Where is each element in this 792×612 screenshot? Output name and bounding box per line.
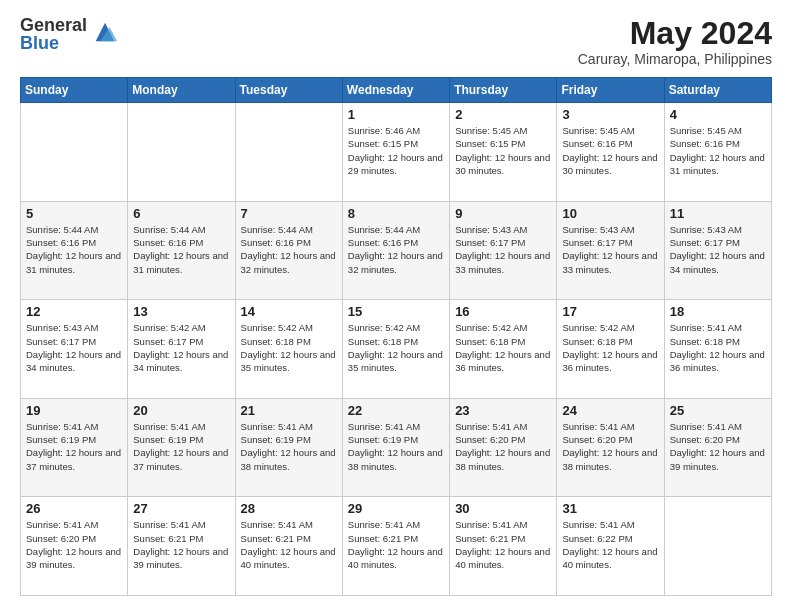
day-number: 31 bbox=[562, 501, 658, 516]
day-info: Sunrise: 5:42 AM Sunset: 6:18 PM Dayligh… bbox=[241, 321, 337, 374]
day-number: 19 bbox=[26, 403, 122, 418]
day-cell: 7Sunrise: 5:44 AM Sunset: 6:16 PM Daylig… bbox=[235, 201, 342, 300]
day-cell: 14Sunrise: 5:42 AM Sunset: 6:18 PM Dayli… bbox=[235, 300, 342, 399]
title-block: May 2024 Caruray, Mimaropa, Philippines bbox=[578, 16, 772, 67]
day-number: 22 bbox=[348, 403, 444, 418]
page: General Blue May 2024 Caruray, Mimaropa,… bbox=[0, 0, 792, 612]
day-info: Sunrise: 5:42 AM Sunset: 6:18 PM Dayligh… bbox=[455, 321, 551, 374]
day-info: Sunrise: 5:43 AM Sunset: 6:17 PM Dayligh… bbox=[455, 223, 551, 276]
day-number: 10 bbox=[562, 206, 658, 221]
day-info: Sunrise: 5:42 AM Sunset: 6:18 PM Dayligh… bbox=[562, 321, 658, 374]
day-info: Sunrise: 5:41 AM Sunset: 6:21 PM Dayligh… bbox=[241, 518, 337, 571]
day-number: 27 bbox=[133, 501, 229, 516]
day-header-wednesday: Wednesday bbox=[342, 78, 449, 103]
day-info: Sunrise: 5:43 AM Sunset: 6:17 PM Dayligh… bbox=[562, 223, 658, 276]
day-number: 16 bbox=[455, 304, 551, 319]
calendar-subtitle: Caruray, Mimaropa, Philippines bbox=[578, 51, 772, 67]
day-cell: 13Sunrise: 5:42 AM Sunset: 6:17 PM Dayli… bbox=[128, 300, 235, 399]
day-cell: 24Sunrise: 5:41 AM Sunset: 6:20 PM Dayli… bbox=[557, 398, 664, 497]
header-row: SundayMondayTuesdayWednesdayThursdayFrid… bbox=[21, 78, 772, 103]
day-cell: 20Sunrise: 5:41 AM Sunset: 6:19 PM Dayli… bbox=[128, 398, 235, 497]
week-row-1: 5Sunrise: 5:44 AM Sunset: 6:16 PM Daylig… bbox=[21, 201, 772, 300]
day-info: Sunrise: 5:44 AM Sunset: 6:16 PM Dayligh… bbox=[241, 223, 337, 276]
day-cell: 27Sunrise: 5:41 AM Sunset: 6:21 PM Dayli… bbox=[128, 497, 235, 596]
day-info: Sunrise: 5:41 AM Sunset: 6:19 PM Dayligh… bbox=[26, 420, 122, 473]
logo-text: General Blue bbox=[20, 16, 87, 52]
day-info: Sunrise: 5:43 AM Sunset: 6:17 PM Dayligh… bbox=[26, 321, 122, 374]
day-info: Sunrise: 5:41 AM Sunset: 6:18 PM Dayligh… bbox=[670, 321, 766, 374]
day-cell: 18Sunrise: 5:41 AM Sunset: 6:18 PM Dayli… bbox=[664, 300, 771, 399]
day-number: 8 bbox=[348, 206, 444, 221]
day-cell bbox=[235, 103, 342, 202]
day-cell: 16Sunrise: 5:42 AM Sunset: 6:18 PM Dayli… bbox=[450, 300, 557, 399]
day-cell: 17Sunrise: 5:42 AM Sunset: 6:18 PM Dayli… bbox=[557, 300, 664, 399]
day-cell: 23Sunrise: 5:41 AM Sunset: 6:20 PM Dayli… bbox=[450, 398, 557, 497]
day-number: 12 bbox=[26, 304, 122, 319]
day-number: 20 bbox=[133, 403, 229, 418]
day-cell: 22Sunrise: 5:41 AM Sunset: 6:19 PM Dayli… bbox=[342, 398, 449, 497]
day-info: Sunrise: 5:41 AM Sunset: 6:21 PM Dayligh… bbox=[133, 518, 229, 571]
day-number: 3 bbox=[562, 107, 658, 122]
day-info: Sunrise: 5:41 AM Sunset: 6:19 PM Dayligh… bbox=[348, 420, 444, 473]
logo-general: General bbox=[20, 16, 87, 34]
day-number: 18 bbox=[670, 304, 766, 319]
day-number: 15 bbox=[348, 304, 444, 319]
week-row-3: 19Sunrise: 5:41 AM Sunset: 6:19 PM Dayli… bbox=[21, 398, 772, 497]
day-number: 14 bbox=[241, 304, 337, 319]
day-cell: 31Sunrise: 5:41 AM Sunset: 6:22 PM Dayli… bbox=[557, 497, 664, 596]
day-header-sunday: Sunday bbox=[21, 78, 128, 103]
day-number: 9 bbox=[455, 206, 551, 221]
day-info: Sunrise: 5:43 AM Sunset: 6:17 PM Dayligh… bbox=[670, 223, 766, 276]
day-cell: 10Sunrise: 5:43 AM Sunset: 6:17 PM Dayli… bbox=[557, 201, 664, 300]
day-cell: 12Sunrise: 5:43 AM Sunset: 6:17 PM Dayli… bbox=[21, 300, 128, 399]
day-number: 24 bbox=[562, 403, 658, 418]
day-number: 29 bbox=[348, 501, 444, 516]
day-cell: 6Sunrise: 5:44 AM Sunset: 6:16 PM Daylig… bbox=[128, 201, 235, 300]
calendar-table: SundayMondayTuesdayWednesdayThursdayFrid… bbox=[20, 77, 772, 596]
day-number: 30 bbox=[455, 501, 551, 516]
day-info: Sunrise: 5:45 AM Sunset: 6:16 PM Dayligh… bbox=[562, 124, 658, 177]
day-cell bbox=[21, 103, 128, 202]
day-info: Sunrise: 5:41 AM Sunset: 6:20 PM Dayligh… bbox=[26, 518, 122, 571]
week-row-2: 12Sunrise: 5:43 AM Sunset: 6:17 PM Dayli… bbox=[21, 300, 772, 399]
day-info: Sunrise: 5:41 AM Sunset: 6:21 PM Dayligh… bbox=[348, 518, 444, 571]
day-cell: 28Sunrise: 5:41 AM Sunset: 6:21 PM Dayli… bbox=[235, 497, 342, 596]
day-cell: 5Sunrise: 5:44 AM Sunset: 6:16 PM Daylig… bbox=[21, 201, 128, 300]
day-cell: 4Sunrise: 5:45 AM Sunset: 6:16 PM Daylig… bbox=[664, 103, 771, 202]
day-cell: 25Sunrise: 5:41 AM Sunset: 6:20 PM Dayli… bbox=[664, 398, 771, 497]
day-info: Sunrise: 5:44 AM Sunset: 6:16 PM Dayligh… bbox=[133, 223, 229, 276]
day-info: Sunrise: 5:44 AM Sunset: 6:16 PM Dayligh… bbox=[26, 223, 122, 276]
day-info: Sunrise: 5:41 AM Sunset: 6:20 PM Dayligh… bbox=[670, 420, 766, 473]
day-number: 2 bbox=[455, 107, 551, 122]
week-row-0: 1Sunrise: 5:46 AM Sunset: 6:15 PM Daylig… bbox=[21, 103, 772, 202]
day-cell bbox=[128, 103, 235, 202]
day-number: 25 bbox=[670, 403, 766, 418]
day-cell: 2Sunrise: 5:45 AM Sunset: 6:15 PM Daylig… bbox=[450, 103, 557, 202]
day-info: Sunrise: 5:42 AM Sunset: 6:17 PM Dayligh… bbox=[133, 321, 229, 374]
header: General Blue May 2024 Caruray, Mimaropa,… bbox=[20, 16, 772, 67]
day-info: Sunrise: 5:41 AM Sunset: 6:20 PM Dayligh… bbox=[455, 420, 551, 473]
day-info: Sunrise: 5:41 AM Sunset: 6:19 PM Dayligh… bbox=[133, 420, 229, 473]
calendar-title: May 2024 bbox=[578, 16, 772, 51]
day-number: 4 bbox=[670, 107, 766, 122]
day-cell: 11Sunrise: 5:43 AM Sunset: 6:17 PM Dayli… bbox=[664, 201, 771, 300]
day-cell: 19Sunrise: 5:41 AM Sunset: 6:19 PM Dayli… bbox=[21, 398, 128, 497]
day-number: 6 bbox=[133, 206, 229, 221]
day-number: 5 bbox=[26, 206, 122, 221]
day-number: 13 bbox=[133, 304, 229, 319]
day-cell: 8Sunrise: 5:44 AM Sunset: 6:16 PM Daylig… bbox=[342, 201, 449, 300]
day-cell: 1Sunrise: 5:46 AM Sunset: 6:15 PM Daylig… bbox=[342, 103, 449, 202]
week-row-4: 26Sunrise: 5:41 AM Sunset: 6:20 PM Dayli… bbox=[21, 497, 772, 596]
day-info: Sunrise: 5:41 AM Sunset: 6:20 PM Dayligh… bbox=[562, 420, 658, 473]
logo-blue: Blue bbox=[20, 34, 87, 52]
day-cell: 29Sunrise: 5:41 AM Sunset: 6:21 PM Dayli… bbox=[342, 497, 449, 596]
day-info: Sunrise: 5:46 AM Sunset: 6:15 PM Dayligh… bbox=[348, 124, 444, 177]
day-cell: 21Sunrise: 5:41 AM Sunset: 6:19 PM Dayli… bbox=[235, 398, 342, 497]
day-header-thursday: Thursday bbox=[450, 78, 557, 103]
day-number: 28 bbox=[241, 501, 337, 516]
day-info: Sunrise: 5:42 AM Sunset: 6:18 PM Dayligh… bbox=[348, 321, 444, 374]
day-info: Sunrise: 5:44 AM Sunset: 6:16 PM Dayligh… bbox=[348, 223, 444, 276]
logo: General Blue bbox=[20, 16, 119, 52]
day-cell: 3Sunrise: 5:45 AM Sunset: 6:16 PM Daylig… bbox=[557, 103, 664, 202]
day-cell: 9Sunrise: 5:43 AM Sunset: 6:17 PM Daylig… bbox=[450, 201, 557, 300]
